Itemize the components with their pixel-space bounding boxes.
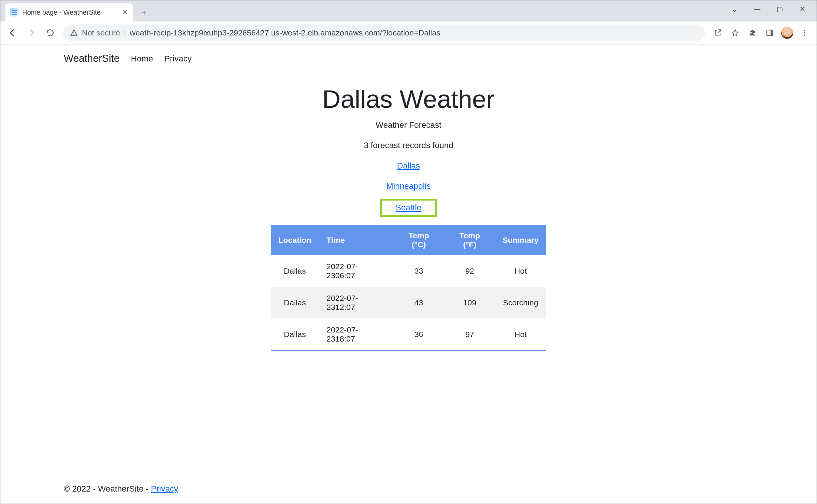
cell-temp-f: 97 (444, 319, 495, 351)
side-panel-icon[interactable] (762, 25, 778, 41)
maximize-button[interactable]: ▢ (768, 1, 791, 17)
cell-summary: Hot (495, 255, 546, 287)
cell-temp-c: 43 (393, 287, 444, 319)
close-window-button[interactable]: ✕ (791, 1, 814, 17)
site-nav: WeatherSite Home Privacy (0, 44, 817, 73)
col-temp-f: Temp (°F) (444, 225, 495, 255)
cell-location: Dallas (271, 287, 319, 319)
footer-privacy-link[interactable]: Privacy (151, 484, 178, 493)
forecast-table: Location Time Temp (°C) Temp (°F) Summar… (271, 225, 546, 351)
cell-location: Dallas (271, 319, 319, 351)
location-link-seattle[interactable]: Seattle (396, 203, 422, 212)
subtitle: Weather Forecast (376, 120, 441, 130)
page: WeatherSite Home Privacy Dallas Weather … (0, 44, 817, 504)
url-separator: | (124, 28, 126, 37)
location-link-wrap: Minneapolis (386, 181, 430, 191)
back-button[interactable] (4, 25, 21, 41)
table-row: Dallas 2022-07-2318:07 36 97 Hot (271, 319, 546, 351)
col-location: Location (271, 225, 319, 255)
col-temp-c: Temp (°C) (393, 225, 444, 255)
footer: © 2022 - WeatherSite - Privacy (0, 474, 817, 504)
cell-time: 2022-07-2312:07 (319, 287, 393, 319)
tab-strip: Home page - WeatherSite ✕ + ⌄ — ▢ ✕ (0, 0, 817, 21)
reload-button[interactable] (42, 25, 58, 41)
browser-chrome: Home page - WeatherSite ✕ + ⌄ — ▢ ✕ Not … (0, 0, 817, 44)
cell-temp-f: 109 (444, 287, 495, 319)
records-found: 3 forecast records found (364, 141, 453, 150)
location-link-wrap-highlighted: Seattle (380, 199, 437, 217)
extensions-icon[interactable] (744, 25, 761, 41)
svg-point-6 (804, 35, 805, 36)
cell-temp-c: 36 (393, 319, 444, 351)
new-tab-button[interactable]: + (136, 5, 152, 21)
svg-point-1 (74, 34, 74, 35)
share-icon[interactable] (710, 25, 726, 41)
browser-toolbar: Not secure | weath-recip-13khzp9ixuhp3-2… (0, 21, 817, 44)
main-content: Dallas Weather Weather Forecast 3 foreca… (0, 73, 817, 474)
minimize-button[interactable]: — (746, 1, 768, 17)
toolbar-right (710, 25, 813, 41)
close-tab-icon[interactable]: ✕ (122, 8, 128, 17)
favicon-icon (10, 8, 18, 17)
footer-text: © 2022 - WeatherSite - (64, 484, 151, 493)
svg-point-5 (804, 32, 805, 34)
address-bar[interactable]: Not secure | weath-recip-13khzp9ixuhp3-2… (63, 25, 705, 41)
cell-time: 2022-07-2306:07 (319, 255, 393, 287)
table-header-row: Location Time Temp (°C) Temp (°F) Summar… (271, 225, 546, 255)
bookmark-star-icon[interactable] (727, 25, 743, 41)
cell-location: Dallas (271, 255, 319, 287)
not-secure-label: Not secure (82, 28, 120, 37)
nav-link-privacy[interactable]: Privacy (164, 54, 192, 64)
tab-title: Home page - WeatherSite (22, 9, 101, 17)
profile-avatar[interactable] (781, 27, 793, 39)
page-title: Dallas Weather (322, 84, 495, 113)
cell-summary: Hot (495, 319, 546, 351)
tab-search-icon[interactable]: ⌄ (723, 1, 746, 17)
location-link-minneapolis[interactable]: Minneapolis (386, 181, 430, 191)
table-row: Dallas 2022-07-2312:07 43 109 Scorching (271, 287, 546, 319)
cell-time: 2022-07-2318:07 (319, 319, 393, 351)
brand[interactable]: WeatherSite (64, 53, 120, 64)
location-link-wrap: Dallas (397, 161, 420, 171)
window-controls: ⌄ — ▢ ✕ (723, 1, 814, 17)
nav-link-home[interactable]: Home (131, 54, 153, 64)
browser-tab[interactable]: Home page - WeatherSite ✕ (5, 3, 133, 21)
location-link-dallas[interactable]: Dallas (397, 161, 420, 170)
kebab-menu-icon[interactable] (796, 25, 813, 41)
url-text: weath-recip-13khzp9ixuhp3-292656427.us-w… (130, 28, 441, 37)
table-row: Dallas 2022-07-2306:07 33 92 Hot (271, 255, 546, 287)
cell-temp-f: 92 (444, 255, 495, 287)
svg-rect-3 (771, 30, 773, 36)
col-time: Time (319, 225, 393, 255)
col-summary: Summary (495, 225, 546, 255)
svg-point-4 (804, 30, 805, 31)
cell-temp-c: 33 (393, 255, 444, 287)
cell-summary: Scorching (495, 287, 546, 319)
forward-button[interactable] (23, 25, 40, 41)
not-secure-icon (70, 29, 78, 37)
